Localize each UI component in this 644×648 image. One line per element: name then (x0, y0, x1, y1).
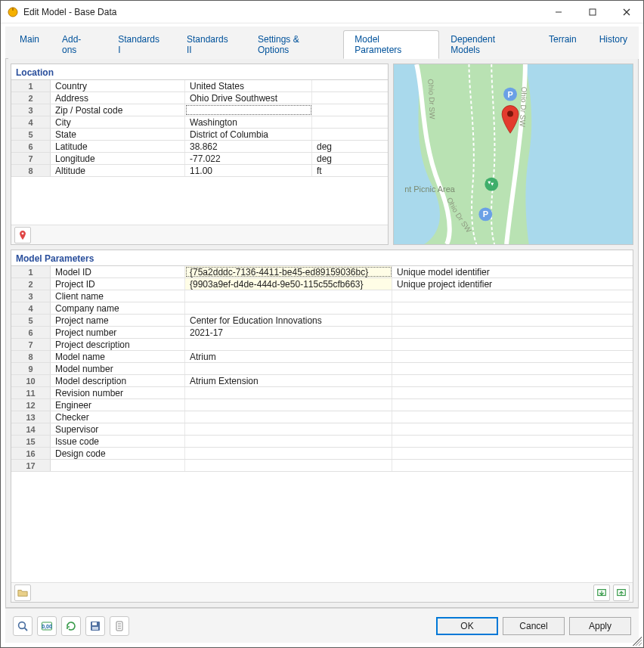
row-value[interactable] (185, 104, 312, 116)
svg-line-21 (24, 628, 27, 631)
param-row[interactable]: 17 (11, 460, 633, 472)
location-row[interactable]: 1CountryUnited States (11, 80, 388, 92)
cancel-button[interactable]: Cancel (503, 617, 565, 635)
param-row[interactable]: 11Revision number (11, 387, 633, 399)
row-unit: ft (312, 165, 388, 176)
import-button[interactable] (613, 584, 630, 601)
row-description (392, 387, 633, 398)
maximize-button[interactable] (575, 1, 609, 23)
tab-model-parameters[interactable]: Model Parameters (343, 30, 439, 59)
row-value[interactable] (185, 339, 392, 350)
map-pin-button[interactable] (14, 227, 31, 243)
export-button[interactable] (593, 584, 610, 601)
row-value[interactable]: Atrium (185, 351, 392, 362)
param-row[interactable]: 5Project nameCenter for Education Innova… (11, 315, 633, 327)
tab-settings-options[interactable]: Settings & Options (246, 30, 343, 59)
row-label: Country (51, 80, 185, 91)
row-label: State (51, 129, 185, 140)
param-row[interactable]: 6Project number2021-17 (11, 327, 633, 339)
window-buttons (541, 1, 643, 23)
row-label: Model description (51, 375, 185, 386)
row-value[interactable] (185, 460, 392, 471)
param-row[interactable]: 2Project ID{9903a9ef-d4de-444d-9e50-115c… (11, 278, 633, 290)
row-value[interactable]: Washington (185, 116, 312, 128)
location-row[interactable]: 3Zip / Postal code (11, 104, 388, 116)
row-value[interactable] (185, 436, 392, 447)
row-description (392, 327, 633, 338)
tab-panel-model-parameters: Location 1CountryUnited States2AddressOh… (5, 59, 639, 608)
row-value[interactable]: Center for Education Innovations (185, 315, 392, 326)
row-description (392, 302, 633, 314)
param-row[interactable]: 13Checker (11, 411, 633, 423)
row-description: Unique project identifier (392, 278, 633, 290)
row-value[interactable]: United States (185, 80, 312, 91)
tab-terrain[interactable]: Terrain (537, 30, 588, 59)
row-value[interactable]: 11.00 (185, 165, 312, 176)
param-row[interactable]: 16Design code (11, 448, 633, 460)
location-row[interactable]: 2AddressOhio Drive Southwest (11, 92, 388, 104)
open-folder-button[interactable] (14, 584, 31, 601)
save-settings-icon-button[interactable] (85, 616, 105, 636)
param-row[interactable]: 14Supervisor (11, 423, 633, 436)
top-row: Location 1CountryUnited States2AddressOh… (11, 64, 633, 245)
row-value[interactable] (185, 399, 392, 411)
svg-rect-26 (92, 627, 98, 630)
svg-text:nt Picnic Area: nt Picnic Area (404, 184, 456, 194)
location-row[interactable]: 8Altitude11.00ft (11, 165, 388, 177)
row-unit (312, 80, 388, 91)
row-number: 4 (11, 302, 51, 314)
param-row[interactable]: 8Model nameAtrium (11, 351, 633, 363)
param-row[interactable]: 12Engineer (11, 399, 633, 411)
map-preview[interactable]: Ohio Dr SW Ohio Dr SW Ohio Dr SW nt Picn… (393, 64, 633, 245)
row-label: Zip / Postal code (51, 104, 185, 116)
clipboard-icon-button[interactable] (110, 616, 129, 636)
param-row[interactable]: 10Model descriptionAtrium Extension (11, 375, 633, 387)
row-value[interactable]: 2021-17 (185, 327, 392, 338)
param-row[interactable]: 3Client name (11, 290, 633, 302)
location-grid[interactable]: 1CountryUnited States2AddressOhio Drive … (11, 79, 388, 225)
row-value[interactable] (185, 290, 392, 302)
model-parameters-grid[interactable]: 1Model ID{75a2dddc-7136-4411-be45-ed8915… (11, 265, 633, 582)
param-row[interactable]: 7Project description (11, 339, 633, 351)
row-value[interactable] (185, 448, 392, 459)
tab-dependent-models[interactable]: Dependent Models (439, 30, 537, 59)
refresh-icon-button[interactable] (61, 616, 81, 636)
param-row[interactable]: 1Model ID{75a2dddc-7136-4411-be45-ed8915… (11, 266, 633, 278)
row-value[interactable]: Ohio Drive Southwest (185, 92, 312, 104)
ok-button[interactable]: OK (436, 617, 498, 635)
param-row[interactable]: 4Company name (11, 302, 633, 315)
search-icon-button[interactable] (13, 616, 33, 636)
row-value[interactable]: 38.862 (185, 141, 312, 152)
location-row[interactable]: 5StateDistrict of Columbia (11, 129, 388, 141)
row-value[interactable] (185, 423, 392, 435)
row-value[interactable] (185, 411, 392, 423)
apply-button[interactable]: Apply (569, 617, 631, 635)
svg-point-6 (22, 232, 24, 234)
location-row[interactable]: 4CityWashington (11, 116, 388, 129)
row-description: Unique model identifier (392, 266, 633, 277)
param-row[interactable]: 15Issue code (11, 436, 633, 448)
row-value[interactable] (185, 363, 392, 374)
row-number: 17 (11, 460, 51, 471)
close-button[interactable] (609, 1, 643, 23)
row-value[interactable]: {9903a9ef-d4de-444d-9e50-115c55cfb663} (185, 278, 392, 290)
resize-grip[interactable] (633, 637, 642, 646)
row-value[interactable] (185, 387, 392, 398)
location-row[interactable]: 6Latitude38.862deg (11, 141, 388, 153)
tab-add-ons[interactable]: Add-ons (51, 30, 107, 59)
tab-standards-i[interactable]: Standards I (107, 30, 175, 59)
minimize-button[interactable] (541, 1, 575, 23)
row-value[interactable] (185, 302, 392, 314)
row-label: Model name (51, 351, 185, 362)
row-value[interactable]: {75a2dddc-7136-4411-be45-ed89159036bc} (185, 266, 392, 277)
units-icon-button[interactable]: 0,00 (37, 616, 57, 636)
tab-main[interactable]: Main (8, 30, 51, 59)
row-value[interactable]: Atrium Extension (185, 375, 392, 386)
param-row[interactable]: 9Model number (11, 363, 633, 375)
row-value[interactable]: District of Columbia (185, 129, 312, 140)
tab-standards-ii[interactable]: Standards II (175, 30, 246, 59)
location-row[interactable]: 7Longitude-77.022deg (11, 153, 388, 165)
row-value[interactable]: -77.022 (185, 153, 312, 164)
tab-history[interactable]: History (588, 30, 639, 59)
row-number: 11 (11, 387, 51, 398)
